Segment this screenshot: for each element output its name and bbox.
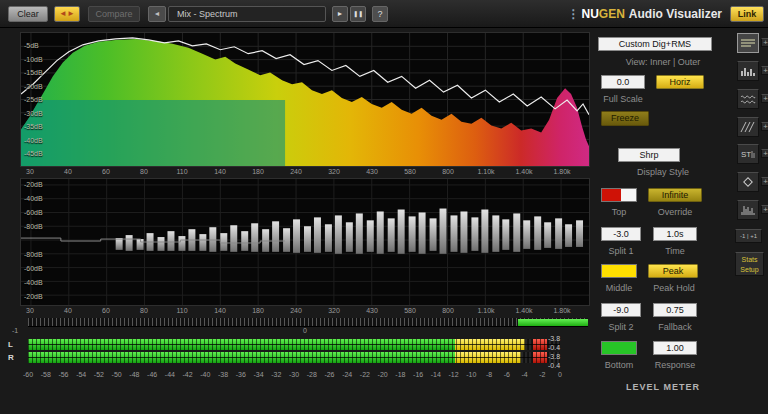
spectrum-lines-icon xyxy=(740,37,756,49)
freq-label: 240 xyxy=(290,168,302,175)
response-label: Response xyxy=(647,360,703,370)
meter-readout-value: -0.4 xyxy=(548,361,582,370)
visualizer-window: Clear ◄► Compare ◄ Mix - Spectrum ► ❚❚ ?… xyxy=(0,0,768,414)
response-field[interactable]: 1.00 xyxy=(653,341,697,355)
history-freq-axis: 304060801101401802403204305808001.10k1.4… xyxy=(20,307,590,316)
add-view-button[interactable]: + xyxy=(761,177,768,186)
peak-button[interactable]: Peak xyxy=(648,264,698,278)
add-view-button[interactable]: + xyxy=(761,66,768,75)
freeze-button[interactable]: Freeze xyxy=(601,111,649,126)
clear-button[interactable]: Clear xyxy=(8,6,48,22)
meter-green-segment xyxy=(28,339,455,350)
level-meter-bar-right xyxy=(28,352,560,363)
split2-label: Split 2 xyxy=(589,322,653,332)
add-view-button[interactable]: + xyxy=(761,94,768,103)
freq-label: 430 xyxy=(366,168,378,175)
meter-scale-label: 0 xyxy=(558,371,562,378)
horiz-button[interactable]: Horiz xyxy=(656,75,704,89)
add-view-button[interactable]: + xyxy=(761,122,768,131)
add-view-button[interactable]: + xyxy=(761,149,768,158)
freq-label: 430 xyxy=(366,307,378,314)
spectrum-db-label: -30dB xyxy=(24,110,43,117)
full-scale-field[interactable]: 0.0 xyxy=(601,75,645,89)
infinite-button[interactable]: Infinite xyxy=(648,188,702,202)
link-button[interactable]: Link xyxy=(730,6,764,22)
prev-preset-button[interactable]: ◄ xyxy=(148,6,166,22)
freq-label: 180 xyxy=(252,168,264,175)
compare-button[interactable]: Compare xyxy=(88,6,140,22)
meter-scale-label: -4 xyxy=(521,371,527,378)
diagonal-lines-icon xyxy=(740,121,756,133)
swap-arrows-icon[interactable]: ◄► xyxy=(54,6,80,22)
fallback-field[interactable]: 0.75 xyxy=(653,303,697,317)
view-spectrogram-button[interactable] xyxy=(737,89,759,109)
view-level-meter-button[interactable] xyxy=(737,200,759,220)
meter-scale-label: -12 xyxy=(449,371,459,378)
meter-scale-label: -20 xyxy=(378,371,388,378)
level-meter-title: LEVEL METER xyxy=(593,382,733,392)
view-stereo-button[interactable]: ST xyxy=(737,144,759,164)
meter-yellow-segment xyxy=(455,339,525,350)
bottom-color-swatch[interactable] xyxy=(601,341,637,355)
range-toggle-button[interactable]: -1 | +1 xyxy=(735,229,762,243)
meter-scale-label: -8 xyxy=(486,371,492,378)
toolbar: Clear ◄► Compare ◄ Mix - Spectrum ► ❚❚ ?… xyxy=(0,0,768,28)
diamond-icon xyxy=(740,176,756,188)
freq-label: 800 xyxy=(442,307,454,314)
meter-mode-dropdown[interactable]: Custom Dig+RMS xyxy=(598,37,712,51)
meter-green-segment xyxy=(28,352,455,363)
view-diagonal-button[interactable] xyxy=(737,117,759,137)
logo-gen: GEN xyxy=(599,7,625,21)
top-color-swatch[interactable] xyxy=(601,188,637,202)
channel-right-label: R xyxy=(8,353,14,362)
meter-readout-value: -3.8 xyxy=(548,334,582,343)
freq-label: 180 xyxy=(252,307,264,314)
middle-label: Middle xyxy=(589,283,649,293)
help-button[interactable]: ? xyxy=(372,6,388,22)
preset-dropdown[interactable]: Mix - Spectrum xyxy=(168,6,326,22)
meter-scale-label: -28 xyxy=(307,371,317,378)
freq-label: 1.80k xyxy=(553,168,570,175)
meter-scale-label: -38 xyxy=(218,371,228,378)
freq-label: 580 xyxy=(404,307,416,314)
history-db-axis-bottom: -80dB-60dB-40dB-20dB xyxy=(21,179,589,305)
freq-label: 240 xyxy=(290,307,302,314)
spectrum-db-label: -15dB xyxy=(24,69,43,76)
freq-label: 40 xyxy=(64,307,72,314)
add-view-button[interactable]: + xyxy=(761,205,768,214)
meter-scale-label: -34 xyxy=(253,371,263,378)
stats-setup-button[interactable]: Stats Setup xyxy=(735,252,764,276)
play-button[interactable]: ► xyxy=(332,6,348,22)
history-db-label: -20dB xyxy=(24,293,43,300)
logo-product-name: Audio Visualizer xyxy=(629,7,722,21)
meter-scale-label: -36 xyxy=(236,371,246,378)
split1-field[interactable]: -3.0 xyxy=(601,227,641,241)
meter-readout-value: -0.4 xyxy=(548,343,582,352)
spectrum-freq-axis: 304060801101401802403204305808001.10k1.4… xyxy=(20,168,590,177)
display-style-dropdown[interactable]: Shrp xyxy=(618,148,680,162)
pause-button[interactable]: ❚❚ xyxy=(350,6,366,22)
view-histogram-button[interactable] xyxy=(737,61,759,81)
freq-label: 800 xyxy=(442,168,454,175)
correlation-meter xyxy=(28,318,588,327)
freq-label: 110 xyxy=(176,307,187,314)
spectrum-db-label: -5dB xyxy=(24,42,39,49)
bottom-label: Bottom xyxy=(589,360,649,370)
meter-scale-label: -18 xyxy=(395,371,405,378)
spectrum-db-label: -35dB xyxy=(24,123,43,130)
meter-scale-label: -32 xyxy=(271,371,281,378)
view-mode-label: View: Inner | Outer xyxy=(593,57,733,67)
split2-field[interactable]: -9.0 xyxy=(601,303,641,317)
freq-label: 1.80k xyxy=(553,307,570,314)
freq-label: 60 xyxy=(102,168,110,175)
view-spectrum-lines-button[interactable] xyxy=(737,33,759,53)
view-vectorscope-button[interactable] xyxy=(737,172,759,192)
add-view-button[interactable]: + xyxy=(761,38,768,47)
meter-scale-label: -48 xyxy=(129,371,139,378)
freq-label: 30 xyxy=(26,307,34,314)
peak-hold-label: Peak Hold xyxy=(641,283,707,293)
time-field[interactable]: 1.0s xyxy=(653,227,697,241)
correlation-value-bar xyxy=(518,319,588,326)
freq-label: 580 xyxy=(404,168,416,175)
middle-color-swatch[interactable] xyxy=(601,264,637,278)
